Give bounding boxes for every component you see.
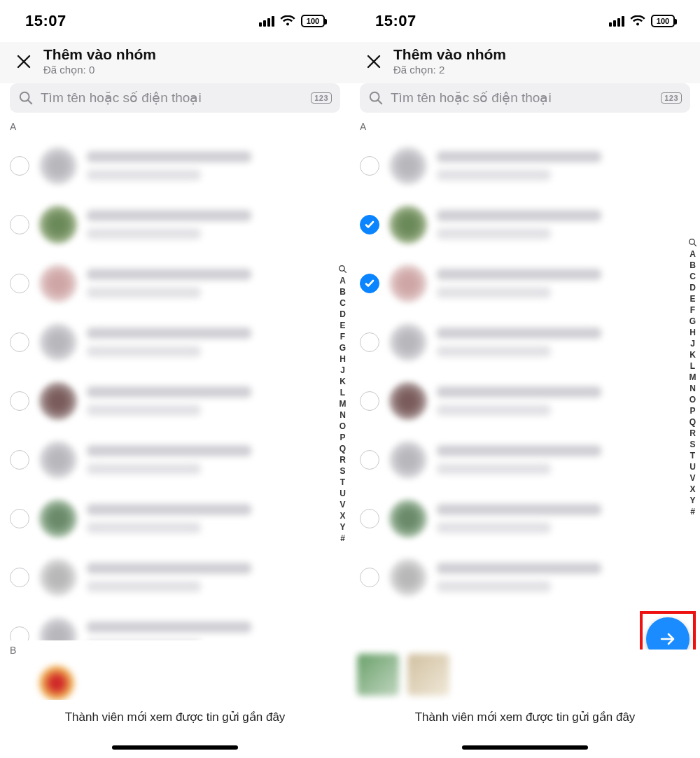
- alpha-index-letter[interactable]: T: [690, 450, 695, 461]
- checkbox-unchecked-icon[interactable]: [10, 568, 29, 587]
- alpha-index-letter[interactable]: G: [340, 342, 346, 353]
- alpha-index-letter[interactable]: M: [690, 372, 696, 383]
- alpha-index-letter[interactable]: K: [340, 376, 346, 387]
- contact-row[interactable]: [0, 136, 350, 195]
- contact-row[interactable]: [350, 313, 700, 372]
- alpha-index-letter[interactable]: M: [340, 398, 346, 409]
- selected-thumbnail[interactable]: [407, 654, 449, 696]
- alpha-index-letter[interactable]: C: [690, 271, 696, 282]
- alpha-index-letter[interactable]: O: [690, 394, 696, 405]
- alpha-index-letter[interactable]: V: [340, 499, 345, 510]
- contact-list[interactable]: [350, 136, 700, 605]
- alpha-index-letter[interactable]: Q: [690, 416, 696, 428]
- alpha-index-letter[interactable]: D: [340, 309, 346, 320]
- alpha-index-letter[interactable]: G: [690, 316, 696, 327]
- alpha-index-letter[interactable]: #: [340, 533, 345, 544]
- contact-row[interactable]: [0, 489, 350, 548]
- alpha-index-letter[interactable]: U: [690, 461, 696, 472]
- contact-row[interactable]: [350, 254, 700, 313]
- alpha-index[interactable]: ABCDEFGHJKLMNOPQRSTUVXY#: [688, 238, 697, 517]
- alpha-index-letter[interactable]: E: [340, 320, 345, 331]
- checkbox-unchecked-icon[interactable]: [10, 391, 29, 411]
- alpha-index-letter[interactable]: Y: [690, 495, 695, 506]
- alpha-index-letter[interactable]: K: [690, 349, 696, 360]
- contact-list[interactable]: [0, 136, 350, 654]
- alpha-index-letter[interactable]: F: [340, 331, 345, 342]
- contact-row[interactable]: [350, 430, 700, 489]
- checkbox-unchecked-icon[interactable]: [10, 156, 29, 176]
- checkbox-unchecked-icon[interactable]: [10, 274, 29, 293]
- alpha-index-letter[interactable]: R: [340, 454, 346, 465]
- alpha-index-letter[interactable]: P: [690, 405, 695, 416]
- contact-row[interactable]: [350, 548, 700, 605]
- checkbox-unchecked-icon[interactable]: [360, 509, 379, 528]
- alpha-index-letter[interactable]: Y: [340, 521, 345, 533]
- alpha-index-letter[interactable]: D: [690, 282, 696, 293]
- alpha-index[interactable]: ABCDEFGHJKLMNOPQRSTUVXY#: [338, 265, 347, 544]
- contact-row[interactable]: [0, 313, 350, 372]
- close-icon[interactable]: [365, 53, 382, 70]
- alpha-index-letter[interactable]: C: [340, 297, 346, 309]
- contact-avatar: [39, 147, 77, 185]
- contact-row[interactable]: [0, 430, 350, 489]
- checkbox-checked-icon[interactable]: [360, 215, 379, 234]
- checkbox-unchecked-icon[interactable]: [360, 391, 379, 411]
- alpha-index-letter[interactable]: Q: [340, 443, 346, 454]
- checkbox-unchecked-icon[interactable]: [10, 509, 29, 528]
- contact-row[interactable]: [350, 136, 700, 195]
- alpha-index-letter[interactable]: X: [340, 510, 345, 521]
- search-bar[interactable]: 123: [10, 83, 340, 113]
- checkbox-checked-icon[interactable]: [360, 274, 379, 293]
- alpha-index-letter[interactable]: H: [340, 353, 346, 365]
- alpha-index-letter[interactable]: S: [690, 439, 695, 450]
- alpha-index-letter[interactable]: R: [690, 428, 696, 439]
- alpha-index-letter[interactable]: O: [340, 421, 346, 432]
- alpha-index-letter[interactable]: N: [340, 409, 346, 421]
- selected-thumbnail[interactable]: [357, 654, 399, 696]
- contact-row[interactable]: [350, 489, 700, 548]
- keypad-toggle-icon[interactable]: 123: [661, 92, 682, 104]
- alpha-index-letter[interactable]: X: [690, 484, 695, 495]
- checkbox-unchecked-icon[interactable]: [10, 215, 29, 234]
- checkbox-unchecked-icon[interactable]: [360, 568, 379, 587]
- contact-row[interactable]: [0, 548, 350, 607]
- alpha-index-letter[interactable]: #: [690, 506, 695, 517]
- alpha-index-letter[interactable]: T: [340, 477, 345, 488]
- search-input[interactable]: [41, 90, 304, 106]
- contact-row[interactable]: [0, 254, 350, 313]
- checkbox-unchecked-icon[interactable]: [360, 156, 379, 176]
- alpha-index-letter[interactable]: A: [690, 248, 696, 260]
- alpha-index-letter[interactable]: U: [340, 488, 346, 499]
- selected-strip[interactable]: [350, 650, 700, 700]
- alpha-index-letter[interactable]: B: [690, 260, 696, 271]
- contact-row[interactable]: [0, 372, 350, 430]
- checkbox-unchecked-icon[interactable]: [10, 450, 29, 470]
- alpha-index-letter[interactable]: E: [690, 293, 695, 304]
- alpha-search-icon[interactable]: [688, 238, 697, 247]
- keypad-toggle-icon[interactable]: 123: [311, 92, 332, 104]
- home-indicator[interactable]: [462, 745, 588, 750]
- alpha-index-letter[interactable]: L: [690, 360, 695, 372]
- search-input[interactable]: [391, 90, 654, 106]
- alpha-search-icon[interactable]: [338, 265, 347, 274]
- alpha-index-letter[interactable]: J: [340, 365, 345, 376]
- alpha-index-letter[interactable]: F: [690, 304, 695, 316]
- alpha-index-letter[interactable]: A: [340, 275, 346, 286]
- contact-row[interactable]: [350, 195, 700, 254]
- alpha-index-letter[interactable]: L: [340, 387, 345, 398]
- alpha-index-letter[interactable]: P: [340, 432, 345, 443]
- checkbox-unchecked-icon[interactable]: [360, 450, 379, 470]
- home-indicator[interactable]: [112, 745, 238, 750]
- alpha-index-letter[interactable]: N: [690, 383, 696, 394]
- alpha-index-letter[interactable]: J: [690, 338, 695, 349]
- search-bar[interactable]: 123: [360, 83, 690, 113]
- alpha-index-letter[interactable]: B: [340, 286, 346, 297]
- checkbox-unchecked-icon[interactable]: [10, 332, 29, 352]
- contact-row[interactable]: [0, 195, 350, 254]
- contact-row[interactable]: [350, 372, 700, 430]
- alpha-index-letter[interactable]: S: [340, 465, 345, 477]
- alpha-index-letter[interactable]: H: [690, 327, 696, 338]
- close-icon[interactable]: [15, 53, 32, 70]
- alpha-index-letter[interactable]: V: [690, 472, 695, 484]
- checkbox-unchecked-icon[interactable]: [360, 332, 379, 352]
